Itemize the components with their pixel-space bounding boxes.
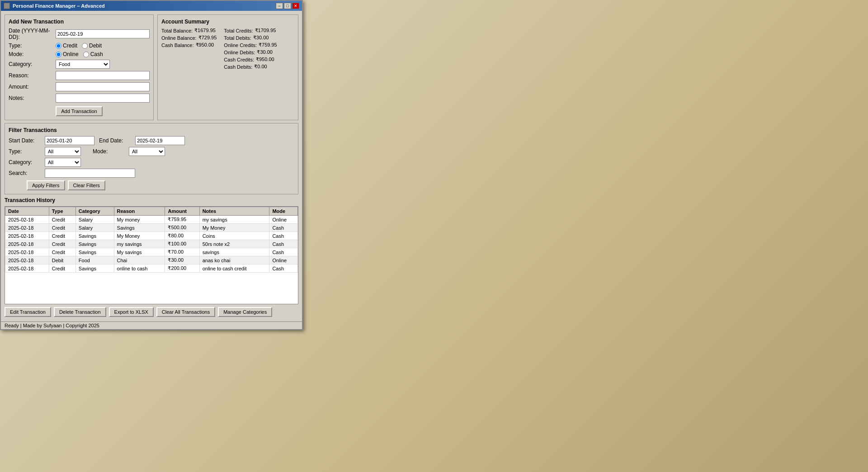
cell-category: Savings — [75, 240, 114, 248]
total-credits-label: Total Credits: — [224, 28, 253, 33]
search-label: Search: — [9, 170, 40, 176]
date-filter-row: Start Date: End Date: — [9, 136, 294, 145]
summary-left-col: Total Balance: ₹1679.95 Online Balance: … — [161, 28, 217, 70]
cash-balance-row: Cash Balance: ₹950.00 — [161, 42, 217, 48]
cell-date: 2025-02-18 — [5, 248, 49, 256]
filter-mode-label: Mode: — [93, 148, 124, 155]
add-transaction-title: Add New Transaction — [9, 19, 150, 25]
reason-row: Reason: — [9, 71, 150, 80]
cell-mode: Online — [269, 256, 298, 264]
cell-amount: ₹759.95 — [165, 216, 199, 224]
cell-date: 2025-02-18 — [5, 232, 49, 240]
cell-amount: ₹80.00 — [165, 232, 199, 240]
reason-input[interactable] — [56, 71, 150, 80]
table-header-row: Date Type Category Reason Amount Notes M… — [5, 207, 298, 216]
start-date-label: Start Date: — [9, 137, 40, 144]
end-date-input[interactable] — [135, 136, 185, 145]
amount-label: Amount: — [9, 84, 54, 90]
mode-label: Mode: — [9, 51, 54, 57]
cell-notes: 50rs note x2 — [199, 240, 269, 248]
credit-radio-option[interactable]: Credit — [56, 42, 77, 49]
cell-type: Credit — [49, 224, 75, 232]
edit-transaction-button[interactable]: Edit Transaction — [5, 307, 51, 317]
start-date-input[interactable] — [45, 136, 94, 145]
category-row: Category: Food Salary Savings Entertainm… — [9, 60, 150, 69]
export-xlsx-button[interactable]: Export to XLSX — [109, 307, 154, 317]
table-row[interactable]: 2025-02-18CreditSavingsmy savings₹100.00… — [5, 240, 298, 248]
table-row[interactable]: 2025-02-18DebitFoodChai₹30.00anas ko cha… — [5, 256, 298, 264]
filter-category-select[interactable]: All Food Salary Savings Entertainment Tr… — [45, 158, 81, 167]
cell-notes: savings — [199, 248, 269, 256]
cell-notes: Coins — [199, 232, 269, 240]
summary-right-col: Total Credits: ₹1709.95 Total Debits: ₹3… — [224, 28, 277, 70]
maximize-button[interactable]: □ — [284, 3, 291, 9]
online-balance-row: Online Balance: ₹729.95 — [161, 35, 217, 41]
cash-radio[interactable] — [83, 52, 89, 57]
cell-category: Salary — [75, 224, 114, 232]
window-content: Add New Transaction Date (YYYY-MM-DD): T… — [1, 11, 302, 321]
cell-date: 2025-02-18 — [5, 256, 49, 264]
app-icon — [4, 3, 10, 9]
amount-input[interactable] — [56, 82, 150, 91]
cash-radio-option[interactable]: Cash — [83, 51, 103, 57]
mode-row: Mode: Online Cash — [9, 51, 150, 57]
transaction-table: Date Type Category Reason Amount Notes M… — [5, 207, 298, 273]
category-select[interactable]: Food Salary Savings Entertainment Transp… — [56, 60, 110, 69]
table-row[interactable]: 2025-02-18CreditSavingsonline to cash₹20… — [5, 264, 298, 273]
total-balance-value: ₹1679.95 — [194, 28, 216, 33]
table-row[interactable]: 2025-02-18CreditSavingsMy Money₹80.00Coi… — [5, 232, 298, 240]
type-label: Type: — [9, 42, 54, 49]
clear-all-transactions-button[interactable]: Clear All Transactions — [156, 307, 215, 317]
online-radio-option[interactable]: Online — [56, 51, 79, 57]
top-section: Add New Transaction Date (YYYY-MM-DD): T… — [5, 14, 298, 120]
account-summary-panel: Account Summary Total Balance: ₹1679.95 … — [157, 14, 298, 120]
cell-reason: My money — [114, 216, 165, 224]
cell-reason: Chai — [114, 256, 165, 264]
notes-label: Notes: — [9, 95, 54, 101]
table-row[interactable]: 2025-02-18CreditSalaryMy money₹759.95my … — [5, 216, 298, 224]
cell-category: Savings — [75, 264, 114, 273]
credit-radio[interactable] — [56, 43, 61, 49]
apply-filters-button[interactable]: Apply Filters — [27, 180, 65, 190]
date-input[interactable] — [56, 29, 150, 38]
table-row[interactable]: 2025-02-18CreditSavingsMy savings₹70.00s… — [5, 248, 298, 256]
debit-radio[interactable] — [82, 43, 88, 49]
amount-row: Amount: — [9, 82, 150, 91]
manage-categories-button[interactable]: Manage Categories — [218, 307, 272, 317]
add-btn-row: Add Transaction — [9, 106, 150, 116]
close-button[interactable]: ✕ — [292, 3, 299, 9]
cell-mode: Cash — [269, 248, 298, 256]
cell-amount: ₹200.00 — [165, 264, 199, 273]
total-debits-label: Total Debits: — [224, 35, 251, 41]
cell-type: Credit — [49, 264, 75, 273]
type-radio-group: Credit Debit — [56, 42, 102, 49]
total-balance-label: Total Balance: — [161, 28, 193, 33]
notes-input[interactable] — [56, 94, 150, 103]
search-input[interactable] — [45, 169, 135, 178]
cash-balance-value: ₹950.00 — [196, 42, 214, 48]
clear-filters-button[interactable]: Clear Filters — [68, 180, 105, 190]
cell-category: Savings — [75, 232, 114, 240]
cell-category: Food — [75, 256, 114, 264]
cell-notes: online to cash credit — [199, 264, 269, 273]
notes-row: Notes: — [9, 94, 150, 103]
cell-amount: ₹30.00 — [165, 256, 199, 264]
status-bar: Ready | Made by Sufyaan | Copyright 2025 — [1, 321, 302, 329]
debit-radio-option[interactable]: Debit — [82, 42, 102, 49]
col-header-amount: Amount — [165, 207, 199, 216]
delete-transaction-button[interactable]: Delete Transaction — [54, 307, 106, 317]
minimize-button[interactable]: – — [276, 3, 283, 9]
online-debits-value: ₹30.00 — [257, 49, 273, 55]
cell-amount: ₹70.00 — [165, 248, 199, 256]
table-row[interactable]: 2025-02-18CreditSalarySavings₹500.00My M… — [5, 224, 298, 232]
online-radio[interactable] — [56, 52, 61, 57]
type-mode-filter-row: Type: All Credit Debit Mode: All Online … — [9, 147, 294, 156]
filter-type-select[interactable]: All Credit Debit — [45, 147, 81, 156]
cell-reason: my savings — [114, 240, 165, 248]
cell-type: Credit — [49, 248, 75, 256]
filter-mode-select[interactable]: All Online Cash — [129, 147, 165, 156]
filter-title: Filter Transactions — [9, 127, 294, 133]
add-transaction-button[interactable]: Add Transaction — [56, 106, 103, 116]
transaction-table-container[interactable]: Date Type Category Reason Amount Notes M… — [5, 206, 298, 304]
credit-label: Credit — [63, 42, 77, 49]
